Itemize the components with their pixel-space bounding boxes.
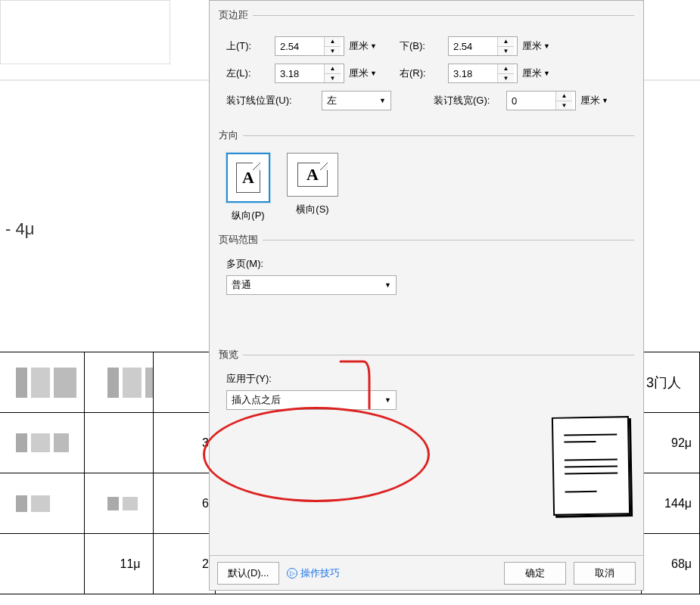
orientation-landscape[interactable]: A 横向(S) <box>287 153 338 222</box>
blurred-cell <box>107 497 138 510</box>
margin-right-spinner[interactable]: ▲▼ <box>448 64 518 83</box>
margin-left-spinner[interactable]: ▲▼ <box>275 64 344 83</box>
page-setup-dialog: 页边距 上(T): ▲▼ 厘米▼ 下(B): ▲▼ 厘米▼ 左(L): ▲▼ 厘… <box>209 0 644 591</box>
gutter-pos-label: 装订线位置(U): <box>226 94 317 107</box>
spin-up-icon[interactable]: ▲ <box>325 37 341 47</box>
margin-right-input[interactable] <box>449 64 497 82</box>
margin-bottom-input[interactable] <box>449 37 497 55</box>
orientation-legend: 方向 <box>219 129 243 142</box>
apply-to-value: 插入点之后 <box>232 393 281 407</box>
page-range-group: 页码范围 多页(M): 普通 ▼ <box>219 233 634 298</box>
spin-down-icon[interactable]: ▼ <box>498 74 514 83</box>
orientation-portrait[interactable]: A 纵向(P) <box>226 153 270 222</box>
chevron-down-icon: ▼ <box>543 70 550 77</box>
chevron-down-icon: ▼ <box>543 42 550 50</box>
gutter-pos-combo[interactable]: 左 ▼ <box>322 91 391 110</box>
chevron-down-icon: ▼ <box>602 97 608 104</box>
multi-page-value: 普通 <box>232 278 251 292</box>
unit-dropdown[interactable]: 厘米▼ <box>522 39 550 53</box>
preview-legend: 预览 <box>219 348 243 361</box>
spin-up-icon[interactable]: ▲ <box>325 64 341 74</box>
default-button[interactable]: 默认(D)... <box>217 562 279 585</box>
unit-dropdown[interactable]: 厘米▼ <box>580 94 608 107</box>
portrait-label: 纵向(P) <box>232 209 264 222</box>
gutter-width-label: 装订线宽(G): <box>434 94 502 107</box>
cancel-button[interactable]: 取消 <box>574 562 636 585</box>
blurred-cell <box>107 368 153 398</box>
spin-down-icon[interactable]: ▼ <box>325 74 341 83</box>
preview-page-icon <box>552 416 630 516</box>
dialog-footer: 默认(D)... ▷ 操作技巧 确定 取消 <box>210 555 643 590</box>
multi-page-combo[interactable]: 普通 ▼ <box>226 275 397 295</box>
gutter-pos-value: 左 <box>327 94 337 107</box>
apply-to-label: 应用于(Y): <box>226 372 634 386</box>
margin-bottom-label: 下(B): <box>400 39 443 53</box>
blurred-cell <box>16 495 54 512</box>
col-header-right: 3门人 <box>642 352 700 413</box>
margin-top-input[interactable] <box>275 37 324 55</box>
play-circle-icon: ▷ <box>287 568 297 579</box>
spin-down-icon[interactable]: ▼ <box>498 47 514 56</box>
preview-group: 预览 应用于(Y): 插入点之后 ▼ <box>219 348 634 413</box>
gutter-width-input[interactable] <box>507 92 555 110</box>
margins-legend: 页边距 <box>219 8 253 22</box>
margin-top-spinner[interactable]: ▲▼ <box>275 36 344 56</box>
chevron-down-icon: ▼ <box>370 70 377 77</box>
unit-dropdown[interactable]: 厘米▼ <box>349 67 377 80</box>
margin-right-label: 右(R): <box>400 67 443 80</box>
landscape-icon: A <box>287 153 338 197</box>
multi-page-label: 多页(M): <box>226 257 634 271</box>
orientation-group: 方向 A 纵向(P) A 横向(S) <box>219 129 634 225</box>
spin-down-icon[interactable]: ▼ <box>556 101 572 110</box>
spin-down-icon[interactable]: ▼ <box>325 47 341 56</box>
gutter-width-spinner[interactable]: ▲▼ <box>506 91 576 110</box>
chevron-down-icon: ▼ <box>384 281 391 289</box>
spin-up-icon[interactable]: ▲ <box>498 64 514 74</box>
unit-dropdown[interactable]: 厘米▼ <box>349 39 377 53</box>
spin-up-icon[interactable]: ▲ <box>556 92 572 101</box>
page-range-legend: 页码范围 <box>219 233 263 247</box>
apply-to-combo[interactable]: 插入点之后 ▼ <box>226 390 397 410</box>
blurred-cell <box>16 433 69 452</box>
landscape-label: 横向(S) <box>296 203 328 216</box>
chevron-down-icon: ▼ <box>370 42 377 50</box>
margin-left-input[interactable] <box>275 64 324 82</box>
spin-up-icon[interactable]: ▲ <box>498 37 514 47</box>
bg-card <box>0 0 170 64</box>
ok-button[interactable]: 确定 <box>504 562 566 585</box>
portrait-icon: A <box>226 153 270 203</box>
chevron-down-icon: ▼ <box>379 97 386 104</box>
tips-link[interactable]: ▷ 操作技巧 <box>287 566 340 580</box>
margin-bottom-spinner[interactable]: ▲▼ <box>448 36 518 56</box>
margin-left-label: 左(L): <box>226 67 270 80</box>
margins-group: 页边距 上(T): ▲▼ 厘米▼ 下(B): ▲▼ 厘米▼ 左(L): ▲▼ 厘… <box>219 8 634 121</box>
unit-dropdown[interactable]: 厘米▼ <box>522 67 550 80</box>
blurred-cell <box>16 368 84 398</box>
bg-marker-text: - 4μ <box>5 219 34 239</box>
margin-top-label: 上(T): <box>226 39 270 53</box>
chevron-down-icon: ▼ <box>384 396 391 404</box>
